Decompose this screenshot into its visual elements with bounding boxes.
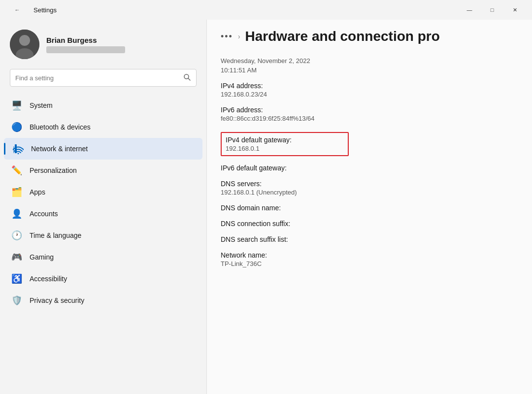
timestamp-date: Wednesday, November 2, 2022 xyxy=(221,57,518,65)
dns-suffix-row: DNS connection suffix: xyxy=(221,217,518,232)
app-title: Settings xyxy=(33,6,57,14)
network-name-label: Network name: xyxy=(221,251,518,259)
search-box[interactable] xyxy=(10,69,197,87)
close-button[interactable]: ✕ xyxy=(503,2,526,18)
main-header: ••• › Hardware and connection pro xyxy=(207,20,532,49)
more-dots-button[interactable]: ••• xyxy=(221,32,233,42)
user-profile: Brian Burgess xyxy=(0,20,206,67)
search-input[interactable] xyxy=(15,74,179,82)
user-email-bar xyxy=(46,46,125,53)
ipv6-gateway-row: IPv6 default gateway: xyxy=(221,161,518,177)
minimize-button[interactable]: — xyxy=(458,2,481,18)
dns-search-label: DNS search suffix list: xyxy=(221,235,518,243)
breadcrumb-arrow: › xyxy=(238,33,240,40)
user-info: Brian Burgess xyxy=(46,36,125,53)
network-icon xyxy=(12,143,24,155)
personalization-icon: ✏️ xyxy=(11,164,23,176)
sidebar-item-label-apps: Apps xyxy=(30,188,45,196)
ipv4-gateway-row: IPv4 default gateway: 192.168.0.1 xyxy=(221,127,518,161)
sidebar-item-personalization[interactable]: ✏️ Personalization xyxy=(4,160,202,181)
ipv6-address-value: fe80::86cc:d319:6f25:84ff%13/64 xyxy=(221,115,518,122)
main-content: Wednesday, November 2, 2022 10:11:51 AM … xyxy=(207,49,532,394)
sidebar-item-bluetooth[interactable]: 🔵 Bluetooth & devices xyxy=(4,116,202,138)
sidebar-item-label-privacy: Privacy & security xyxy=(30,296,84,304)
titlebar-left: ← Settings xyxy=(6,2,57,18)
user-name: Brian Burgess xyxy=(46,36,125,44)
sidebar-item-network[interactable]: Network & internet xyxy=(4,138,202,160)
accounts-icon: 👤 xyxy=(11,208,23,220)
avatar xyxy=(10,30,39,59)
svg-line-4 xyxy=(188,78,190,80)
ipv4-gateway-highlight: IPv4 default gateway: 192.168.0.1 xyxy=(221,132,349,156)
ipv4-address-value: 192.168.0.23/24 xyxy=(221,91,518,98)
page-title: Hardware and connection pro xyxy=(245,29,440,44)
sidebar-item-label-time: Time & language xyxy=(30,231,81,239)
time-icon: 🕐 xyxy=(11,230,23,241)
ipv4-address-label: IPv4 address: xyxy=(221,82,518,90)
titlebar: ← Settings — □ ✕ xyxy=(0,0,532,20)
maximize-button[interactable]: □ xyxy=(481,2,503,18)
dns-domain-row: DNS domain name: xyxy=(221,201,518,217)
bluetooth-icon: 🔵 xyxy=(11,121,23,133)
ipv4-address-row: IPv4 address: 192.168.0.23/24 xyxy=(221,79,518,103)
dns-search-row: DNS search suffix list: xyxy=(221,232,518,248)
sidebar-item-gaming[interactable]: 🎮 Gaming xyxy=(4,246,202,268)
sidebar-item-label-accessibility: Accessibility xyxy=(30,275,67,283)
sidebar-item-label-bluetooth: Bluetooth & devices xyxy=(30,123,91,131)
sidebar-item-label-system: System xyxy=(30,101,53,109)
gaming-icon: 🎮 xyxy=(11,251,23,263)
nav-list: 🖥️ System 🔵 Bluetooth & devices xyxy=(0,93,206,313)
window-controls: — □ ✕ xyxy=(458,2,526,18)
avatar-image xyxy=(10,30,39,59)
sidebar-item-label-personalization: Personalization xyxy=(30,166,77,174)
dns-suffix-label: DNS connection suffix: xyxy=(221,220,518,228)
sidebar-item-accounts[interactable]: 👤 Accounts xyxy=(4,203,202,225)
main-panel: ••• › Hardware and connection pro Wednes… xyxy=(207,20,532,394)
sidebar-item-system[interactable]: 🖥️ System xyxy=(4,95,202,116)
dns-servers-row: DNS servers: 192.168.0.1 (Unencrypted) xyxy=(221,177,518,201)
apps-icon: 🗂️ xyxy=(11,186,23,198)
info-section: Wednesday, November 2, 2022 10:11:51 AM … xyxy=(221,54,518,272)
ipv4-gateway-label: IPv4 default gateway: xyxy=(226,136,344,144)
ipv6-address-label: IPv6 address: xyxy=(221,106,518,114)
dns-servers-value: 192.168.0.1 (Unencrypted) xyxy=(221,189,518,196)
ipv6-gateway-label: IPv6 default gateway: xyxy=(221,164,518,172)
sidebar-item-label-accounts: Accounts xyxy=(30,210,58,218)
timestamp-row: Wednesday, November 2, 2022 10:11:51 AM xyxy=(221,54,518,79)
privacy-icon: 🛡️ xyxy=(11,295,23,306)
sidebar-item-privacy[interactable]: 🛡️ Privacy & security xyxy=(4,290,202,311)
sidebar-item-label-network: Network & internet xyxy=(31,145,88,153)
sidebar-item-time[interactable]: 🕐 Time & language xyxy=(4,225,202,246)
dns-domain-label: DNS domain name: xyxy=(221,204,518,212)
app-body: Brian Burgess 🖥️ System xyxy=(0,20,532,394)
sidebar: Brian Burgess 🖥️ System xyxy=(0,20,207,394)
ipv6-address-row: IPv6 address: fe80::86cc:d319:6f25:84ff%… xyxy=(221,103,518,127)
back-button[interactable]: ← xyxy=(6,2,29,18)
ipv4-gateway-value: 192.168.0.1 xyxy=(226,145,344,152)
search-container xyxy=(0,67,206,93)
network-name-row: Network name: TP-Link_736C xyxy=(221,248,518,272)
network-name-value: TP-Link_736C xyxy=(221,260,518,267)
timestamp-time: 10:11:51 AM xyxy=(221,66,518,74)
system-icon: 🖥️ xyxy=(11,99,23,111)
sidebar-item-label-gaming: Gaming xyxy=(30,253,54,261)
sidebar-item-accessibility[interactable]: ♿ Accessibility xyxy=(4,268,202,290)
accessibility-icon: ♿ xyxy=(11,273,23,285)
svg-point-1 xyxy=(19,35,30,46)
sidebar-item-apps[interactable]: 🗂️ Apps xyxy=(4,181,202,203)
search-icon xyxy=(183,73,191,83)
dns-servers-label: DNS servers: xyxy=(221,180,518,188)
